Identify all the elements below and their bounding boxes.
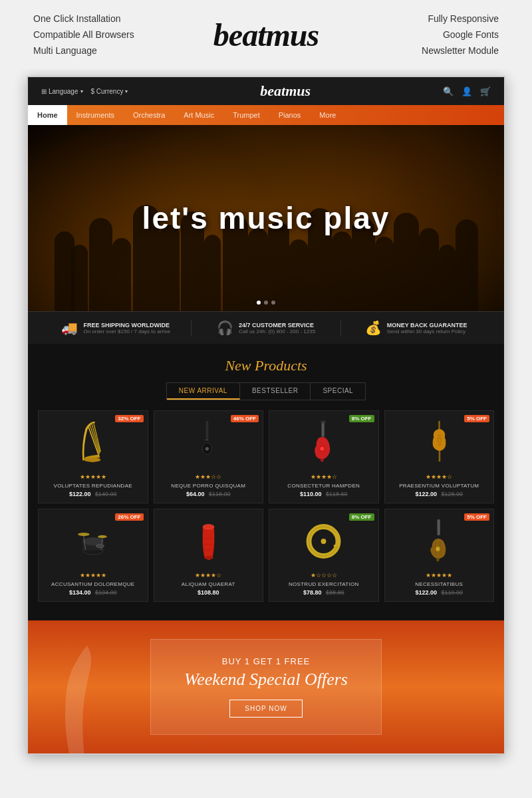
product-badge: 5% OFF xyxy=(464,513,489,521)
feature-responsive: Fully Responsive xyxy=(422,13,499,24)
cart-icon[interactable]: 🛒 xyxy=(480,86,491,96)
hero-dot-2[interactable] xyxy=(264,301,268,305)
tab-new-arrival[interactable]: NEW ARRIVAL xyxy=(167,383,240,400)
currency-dropdown[interactable]: $ Currency xyxy=(91,88,128,95)
product-badge: 26% OFF xyxy=(115,513,143,521)
account-icon[interactable]: 👤 xyxy=(462,86,472,96)
special-offer-content: Buy 1 Get 1 Free Weekend Special Offers … xyxy=(150,639,382,735)
product-name: NEQUE PORRO QUISQUAM xyxy=(160,483,258,489)
product-name: CONSECTETUR HAMPDEN xyxy=(275,483,373,489)
bg-figure xyxy=(41,634,121,753)
hero-dot-1[interactable] xyxy=(257,301,261,305)
product-image xyxy=(44,416,142,469)
feature-customer-service: 🎧 24/7 CUSTOMER SERVICE Call us 24h: (0)… xyxy=(191,320,341,336)
svg-point-27 xyxy=(204,556,213,559)
nav-trumpet[interactable]: Trumpet xyxy=(223,105,269,125)
tab-bestseller[interactable]: BESTSELLER xyxy=(240,383,311,400)
product-image xyxy=(160,416,258,469)
products-grid-row2: 26% OFF xyxy=(38,509,494,602)
store-header: ⊞ Language $ Currency beatmus 🔍 👤 🛒 xyxy=(28,77,504,105)
product-card-guitar-black[interactable]: 46% OFF ★★★☆☆ NEQUE PORRO QUISQUAM xyxy=(154,410,264,503)
product-stars: ★★★★★ xyxy=(44,572,142,579)
feature-one-click: One Click Installation xyxy=(33,13,134,24)
nav-instruments[interactable]: Instruments xyxy=(67,105,124,125)
svg-point-24 xyxy=(96,544,104,547)
hero-banner: let's music play xyxy=(28,125,504,311)
shipping-icon: 🚚 xyxy=(61,320,78,336)
product-badge: 8% OFF xyxy=(349,513,374,521)
svg-point-12 xyxy=(320,446,325,451)
feature-money-back: 💰 MONEY BACK GUARANTEE Send within 30 da… xyxy=(340,320,491,336)
store-logo: beatmus xyxy=(260,82,311,100)
product-image xyxy=(390,515,489,568)
store-navigation: Home Instruments Orchestra Art Music Tru… xyxy=(28,105,504,125)
svg-point-4 xyxy=(84,458,101,462)
product-image xyxy=(44,515,142,568)
svg-point-20 xyxy=(78,533,90,536)
nav-home[interactable]: Home xyxy=(28,105,67,125)
product-name: NECESSITATIBUS xyxy=(390,581,489,587)
product-card-violin[interactable]: 5% OFF ★★★★☆ PRAESENTIUM VOLUPTATUM xyxy=(384,410,495,503)
product-name: VOLUPTATES REPUDIANDAE xyxy=(44,483,142,489)
language-dropdown[interactable]: ⊞ Language xyxy=(41,88,83,95)
nav-pianos[interactable]: Pianos xyxy=(269,105,311,125)
product-card-horn[interactable]: 8% OFF ★☆☆☆☆ NOSTRUD EXERCITATION $78.80 xyxy=(269,509,379,602)
svg-rect-34 xyxy=(437,519,440,536)
top-info-right: Fully Responsive Google Fonts Newsletter… xyxy=(422,13,499,56)
product-image xyxy=(160,515,258,568)
hero-dots xyxy=(257,301,275,305)
product-price: $108.80 xyxy=(160,589,258,596)
top-info-left: One Click Installation Compatible All Br… xyxy=(33,13,134,56)
svg-rect-14 xyxy=(438,421,440,430)
tab-special[interactable]: SPECIAL xyxy=(311,383,365,400)
feature-compatible: Compatible All Browsers xyxy=(33,29,134,40)
hero-text: let's music play xyxy=(142,200,390,236)
product-name: ACCUSANTIUM DOLOREMQUE xyxy=(44,581,142,587)
nav-more[interactable]: More xyxy=(310,105,345,125)
hero-dot-3[interactable] xyxy=(271,301,275,305)
products-title: New Products xyxy=(38,357,494,374)
product-badge: 5% OFF xyxy=(464,415,489,422)
top-info-bar: One Click Installation Compatible All Br… xyxy=(0,0,532,69)
search-icon[interactable]: 🔍 xyxy=(443,86,454,96)
svg-rect-13 xyxy=(321,421,326,424)
product-card-guitar-red[interactable]: 8% OFF ★★★★☆ CONSECTETUR HAMPDEN $ xyxy=(269,410,379,503)
product-price: $110.00 $118.60 xyxy=(275,491,373,497)
feature-shipping: 🚚 FREE SHIPPING WORLDWIDE On order over … xyxy=(41,320,191,336)
feature-multilang: Multi Language xyxy=(33,45,134,56)
shipping-text: FREE SHIPPING WORLDWIDE On order over $1… xyxy=(83,322,170,334)
special-offer-section: Buy 1 Get 1 Free Weekend Special Offers … xyxy=(28,620,504,753)
product-price: $64.00 $118.00 xyxy=(160,491,258,497)
product-price: $122.00 $128.00 xyxy=(390,491,489,497)
product-badge: 46% OFF xyxy=(231,415,259,422)
product-stars: ★☆☆☆☆ xyxy=(275,572,373,579)
product-image xyxy=(275,416,373,469)
product-name: ALIQUAM QUAERAT xyxy=(160,581,258,587)
products-section: New Products NEW ARRIVAL BESTSELLER SPEC… xyxy=(28,344,504,620)
svg-point-21 xyxy=(98,535,107,538)
product-image xyxy=(275,515,373,568)
nav-orchestra[interactable]: Orchestra xyxy=(124,105,174,125)
money-back-text: MONEY BACK GUARANTEE Send within 30 days… xyxy=(387,322,467,334)
product-price: $122.00 $140.00 xyxy=(44,491,142,497)
headphones-icon: 🎧 xyxy=(217,320,233,336)
shop-now-button[interactable]: SHOP NOW xyxy=(229,700,302,718)
products-grid-row1: 32% OFF ★★★★★ VOLUPTATES RE xyxy=(38,410,494,503)
top-logo: beatmus xyxy=(213,17,319,53)
product-stars: ★★★★★ xyxy=(44,473,142,480)
nav-art-music[interactable]: Art Music xyxy=(174,105,223,125)
product-card-guitar-brown[interactable]: 5% OFF ★★★★★ NECESSITATIBUS xyxy=(384,509,495,602)
customer-service-text: 24/7 CUSTOMER SERVICE Call us 24h: (0) 8… xyxy=(239,322,315,334)
product-card-harp[interactable]: 32% OFF ★★★★★ VOLUPTATES RE xyxy=(38,410,148,503)
product-card-conga[interactable]: ★★★★☆ ALIQUAM QUAERAT $108.80 xyxy=(154,509,264,602)
feature-newsletter: Newsletter Module xyxy=(422,45,499,56)
product-stars: ★★★★☆ xyxy=(275,473,373,480)
crowd-silhouettes xyxy=(28,178,504,311)
brand-logo: beatmus xyxy=(213,17,319,53)
product-price: $78.80 $88.80 xyxy=(275,589,373,596)
product-price: $122.00 $110.00 xyxy=(390,589,489,596)
product-card-drums[interactable]: 26% OFF xyxy=(38,509,148,602)
feature-google-fonts: Google Fonts xyxy=(422,29,499,40)
language-icon: ⊞ xyxy=(41,88,47,95)
product-name: NOSTRUD EXERCITATION xyxy=(275,581,373,587)
